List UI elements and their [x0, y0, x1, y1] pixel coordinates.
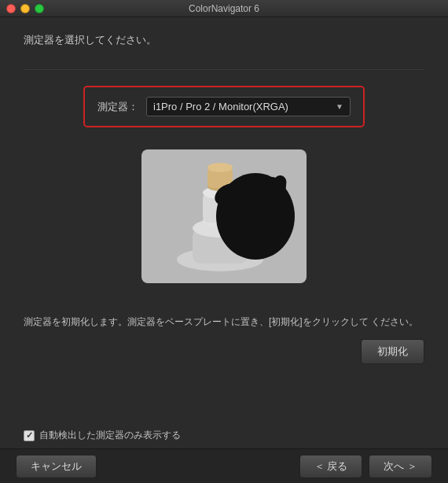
initialize-button[interactable]: 初期化 [361, 339, 424, 364]
bottom-bar: キャンセル ＜ 戻る 次へ ＞ [0, 448, 448, 483]
checkbox-check-icon: ✓ [26, 430, 33, 441]
instruction-text: 測定器を選択してください。 [24, 33, 424, 47]
main-content: 測定器を選択してください。 測定器： i1Pro / Pro 2 / Monit… [0, 17, 448, 315]
init-button-row: 初期化 [24, 339, 424, 364]
selected-device-value: i1Pro / Pro 2 / Monitor(XRGA) [153, 101, 288, 112]
window-title: ColorNavigator 6 [189, 3, 259, 14]
back-button[interactable]: ＜ 戻る [299, 455, 363, 478]
device-dropdown[interactable]: i1Pro / Pro 2 / Monitor(XRGA) ▼ [146, 97, 351, 116]
auto-detect-checkbox[interactable]: ✓ [24, 430, 35, 441]
title-bar: ColorNavigator 6 [0, 0, 448, 17]
divider [24, 69, 424, 70]
bottom-left-buttons: キャンセル [16, 455, 97, 478]
selector-box: 測定器： i1Pro / Pro 2 / Monitor(XRGA) ▼ [83, 86, 365, 127]
device-illustration [141, 149, 307, 283]
selector-row: 測定器： i1Pro / Pro 2 / Monitor(XRGA) ▼ [24, 86, 424, 127]
maximize-button[interactable] [35, 4, 44, 13]
window-controls[interactable] [6, 4, 44, 13]
dropdown-arrow-icon: ▼ [336, 102, 343, 111]
description-area: 測定器を初期化します。測定器をベースプレートに置き、[初期化]をクリックして く… [0, 315, 448, 367]
device-image-area [24, 149, 424, 283]
description-text: 測定器を初期化します。測定器をベースプレートに置き、[初期化]をクリックして く… [24, 315, 424, 330]
next-button[interactable]: 次へ ＞ [369, 455, 432, 478]
auto-detect-label: 自動検出した測定器のみ表示する [39, 429, 181, 442]
cancel-button[interactable]: キャンセル [16, 455, 97, 478]
bottom-right-buttons: ＜ 戻る 次へ ＞ [299, 455, 432, 478]
minimize-button[interactable] [20, 4, 30, 13]
close-button[interactable] [6, 4, 16, 13]
device-svg [145, 153, 303, 279]
selector-label: 測定器： [97, 100, 138, 114]
svg-point-8 [207, 163, 233, 172]
auto-detect-checkbox-row[interactable]: ✓ 自動検出した測定器のみ表示する [24, 429, 181, 442]
